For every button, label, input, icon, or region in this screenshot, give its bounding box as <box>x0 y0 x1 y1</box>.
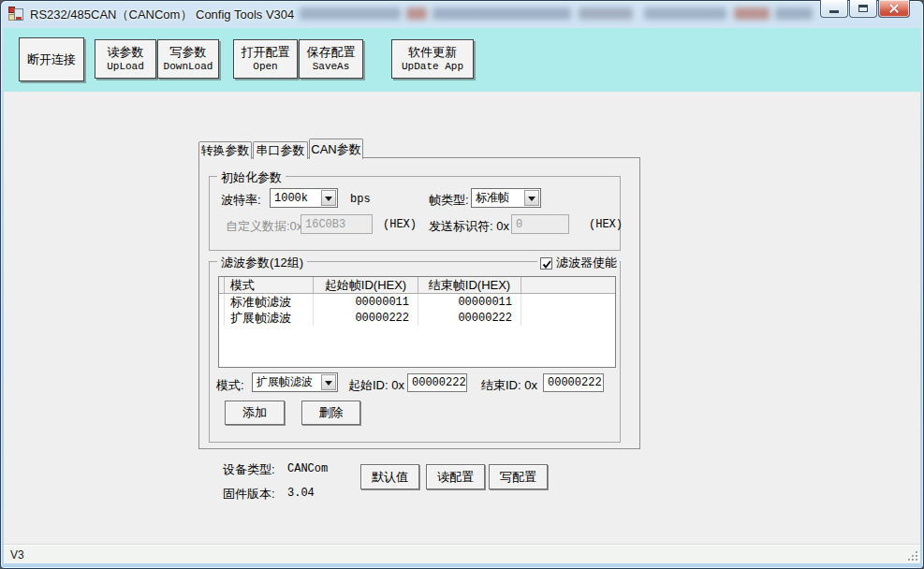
update-app-button[interactable]: 软件更新 UpDate App <box>391 39 474 79</box>
read-config-label: 读配置 <box>437 469 474 486</box>
chevron-down-icon[interactable] <box>321 374 336 390</box>
header-mode: 模式 <box>225 277 314 293</box>
header-start-id: 起始帧ID(HEX) <box>314 277 418 293</box>
table-row[interactable]: 标准帧滤波 00000011 00000011 <box>219 294 615 310</box>
default-button-label: 默认值 <box>372 469 408 486</box>
default-values-button[interactable]: 默认值 <box>360 464 419 489</box>
delete-button-label: 删除 <box>319 404 344 421</box>
resize-grip-icon[interactable] <box>906 549 917 561</box>
toolbar: 断开连接 读参数 UpLoad 写参数 DownLoad 打开配置 Open 保… <box>4 28 920 92</box>
glass-blur-decoration <box>406 7 427 20</box>
button-sublabel: UpDate App <box>402 60 463 73</box>
tab-label: 串口参数 <box>257 142 305 159</box>
start-id-input[interactable]: 00000222 <box>407 373 467 392</box>
end-id-value: 00000222 <box>548 376 602 389</box>
chevron-down-icon[interactable] <box>524 190 539 206</box>
tab-label: CAN参数 <box>311 141 360 158</box>
filter-table[interactable]: 模式 起始帧ID(HEX) 结束帧ID(HEX) 标准帧滤波 00000011 … <box>218 276 616 368</box>
cell-mode: 标准帧滤波 <box>225 294 314 310</box>
status-text: V3 <box>10 548 24 562</box>
custom-data-value: 16C0B3 <box>305 218 345 231</box>
send-id-input[interactable]: 0 <box>511 214 569 234</box>
send-id-label: 发送标识符: 0x <box>429 218 509 235</box>
add-button-label: 添加 <box>242 404 267 421</box>
end-id-input[interactable]: 00000222 <box>543 373 604 392</box>
custom-data-input[interactable]: 16C0B3 <box>301 214 373 234</box>
minimize-icon <box>829 10 839 13</box>
filter-table-header: 模式 起始帧ID(HEX) 结束帧ID(HEX) <box>219 277 615 294</box>
button-sublabel: UpLoad <box>107 60 144 73</box>
checkbox-checked-icon[interactable] <box>540 257 552 270</box>
frame-type-label: 帧类型: <box>429 192 469 209</box>
send-id-hex-label: (HEX) <box>589 218 623 231</box>
baud-rate-label: 波特率: <box>221 192 261 209</box>
tab-label: 转换参数 <box>201 142 250 159</box>
delete-button[interactable]: 删除 <box>301 401 360 425</box>
table-row[interactable]: 扩展帧滤波 00000222 00000222 <box>219 310 615 326</box>
close-icon <box>888 3 900 14</box>
write-params-button[interactable]: 写参数 DownLoad <box>157 39 219 79</box>
status-bar: V3 <box>4 545 920 563</box>
baud-rate-select[interactable]: 1000k <box>270 188 338 208</box>
maximize-icon <box>858 5 868 12</box>
disconnect-button-label: 断开连接 <box>27 52 76 67</box>
glass-blur-decoration <box>644 7 726 20</box>
group-title: 初始化参数 <box>217 169 286 186</box>
glass-blur-decoration <box>579 7 633 20</box>
header-empty <box>521 277 615 293</box>
button-label: 打开配置 <box>242 45 290 60</box>
filter-enable-checkbox[interactable]: 滤波器使能 <box>537 255 620 271</box>
button-sublabel: Open <box>253 60 277 73</box>
cell-end-id: 00000011 <box>418 294 521 310</box>
open-config-button[interactable]: 打开配置 Open <box>233 39 298 79</box>
read-params-button[interactable]: 读参数 UpLoad <box>95 39 156 79</box>
baud-unit-label: bps <box>350 193 371 206</box>
cell-mode: 扩展帧滤波 <box>225 310 314 326</box>
frame-type-select[interactable]: 标准帧 <box>471 188 541 208</box>
cell-start-id: 00000011 <box>314 294 418 310</box>
cell-end-id: 00000222 <box>418 310 521 326</box>
frame-type-value: 标准帧 <box>476 190 509 206</box>
mode-label: 模式: <box>216 377 244 394</box>
button-label: 写参数 <box>170 45 207 60</box>
tab-convert-params[interactable]: 转换参数 <box>198 141 252 159</box>
cell-start-id: 00000222 <box>314 310 418 326</box>
device-type-label: 设备类型: <box>223 461 275 478</box>
group-filter-params: 滤波参数(12组) 滤波器使能 模式 起始帧ID(HEX) 结束帧ID(HEX) <box>209 261 621 443</box>
write-config-button[interactable]: 写配置 <box>489 464 548 489</box>
minimize-button[interactable] <box>820 0 848 18</box>
read-config-button[interactable]: 读配置 <box>426 464 485 489</box>
window-title: RS232/485CAN（CANCom） Config Tools V304 <box>30 7 294 23</box>
write-config-label: 写配置 <box>500 469 536 486</box>
custom-data-hex-label: (HEX) <box>383 218 417 231</box>
button-label: 保存配置 <box>307 45 356 60</box>
start-id-value: 00000222 <box>412 376 466 389</box>
titlebar[interactable]: RS232/485CAN（CANCom） Config Tools V304 <box>0 0 924 28</box>
header-end-id: 结束帧ID(HEX) <box>418 277 521 293</box>
mode-value: 扩展帧滤波 <box>257 374 313 390</box>
button-sublabel: SaveAs <box>313 60 350 73</box>
maximize-button[interactable] <box>849 0 877 18</box>
mode-select[interactable]: 扩展帧滤波 <box>252 372 338 392</box>
button-sublabel: DownLoad <box>164 60 213 73</box>
disconnect-button[interactable]: 断开连接 <box>19 37 84 81</box>
group-title: 滤波参数(12组) <box>217 255 307 271</box>
firmware-version-label: 固件版本: <box>223 486 275 503</box>
tab-serial-params[interactable]: 串口参数 <box>253 141 308 159</box>
add-button[interactable]: 添加 <box>225 401 285 425</box>
baud-rate-value: 1000k <box>274 192 308 205</box>
tab-can-params[interactable]: CAN参数 <box>309 139 363 159</box>
button-label: 软件更新 <box>408 45 457 60</box>
button-label: 读参数 <box>108 45 144 60</box>
end-id-label: 结束ID: 0x <box>481 377 537 394</box>
glass-blur-decoration <box>734 7 770 20</box>
close-button[interactable] <box>878 0 910 18</box>
start-id-label: 起始ID: 0x <box>348 377 404 394</box>
save-config-button[interactable]: 保存配置 SaveAs <box>299 39 363 79</box>
chevron-down-icon[interactable] <box>321 190 336 206</box>
group-init-params: 初始化参数 波特率: 1000k bps 帧类型: 标准帧 自定义数据:0x 1… <box>209 176 621 251</box>
glass-blur-decoration <box>433 7 571 20</box>
device-type-value: CANCom <box>287 462 328 475</box>
filter-enable-label: 滤波器使能 <box>556 255 617 271</box>
client-area: 断开连接 读参数 UpLoad 写参数 DownLoad 打开配置 Open 保… <box>4 28 920 563</box>
